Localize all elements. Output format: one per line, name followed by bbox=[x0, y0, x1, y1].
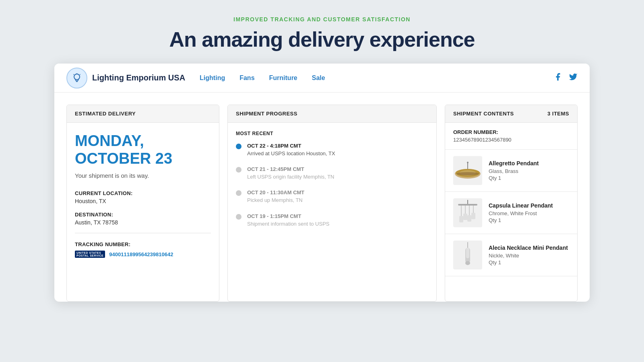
contents-panel-header: SHIPMENT CONTENTS 3 ITEMS bbox=[445, 105, 577, 123]
svg-rect-24 bbox=[466, 248, 469, 258]
destination-label: DESTINATION: bbox=[75, 212, 211, 218]
twitter-icon[interactable] bbox=[569, 72, 578, 84]
product-details-capsula: Capsula Linear Pendant Chrome, White Fro… bbox=[489, 202, 553, 223]
shipment-progress-panel: SHIPMENT PROGRESS MOST RECENT OCT 22 - 4… bbox=[227, 105, 437, 302]
delivery-panel-header: ESTIMATED DELIVERY bbox=[67, 105, 219, 123]
browser-window: Lighting Emporium USA Lighting Fans Furn… bbox=[54, 64, 590, 302]
facebook-icon[interactable] bbox=[553, 72, 562, 84]
progress-desc-3: Picked up Memphis, TN bbox=[247, 197, 304, 204]
svg-rect-20 bbox=[467, 215, 471, 222]
svg-rect-21 bbox=[471, 213, 475, 219]
product-item-allegretto: Allegretto Pendant Glass, Brass Qty 1 bbox=[445, 150, 577, 192]
progress-info-1: OCT 22 - 4:18PM CMT Arrived at USPS loca… bbox=[247, 143, 335, 157]
order-number-label: ORDER NUMBER: bbox=[453, 129, 569, 135]
nav-link-fans[interactable]: Fans bbox=[239, 74, 254, 82]
svg-rect-18 bbox=[459, 216, 463, 222]
progress-time-3: OCT 20 - 11:30AM CMT bbox=[247, 189, 304, 195]
progress-time-4: OCT 19 - 1:15PM CMT bbox=[247, 213, 330, 219]
capsula-pendant-svg bbox=[454, 199, 481, 226]
product-details-allegretto: Allegretto Pendant Glass, Brass Qty 1 bbox=[489, 160, 539, 181]
svg-point-11 bbox=[456, 172, 479, 175]
progress-time-2: OCT 21 - 12:45PM CMT bbox=[247, 166, 334, 172]
product-image-capsula bbox=[453, 198, 482, 227]
product-qty-allegretto: Qty 1 bbox=[489, 175, 539, 181]
delivery-panel: ESTIMATED DELIVERY MONDAY, OCTOBER 23 Yo… bbox=[66, 105, 219, 302]
twitter-svg bbox=[569, 72, 578, 81]
svg-line-5 bbox=[80, 74, 80, 75]
product-name-alecia: Alecia Necklace Mini Pendant bbox=[489, 245, 568, 251]
order-number-section: ORDER NUMBER: 12345678901234567890 bbox=[445, 123, 577, 150]
lightbulb-icon bbox=[71, 72, 83, 84]
order-number-value: 12345678901234567890 bbox=[453, 137, 569, 143]
main-content: ESTIMATED DELIVERY MONDAY, OCTOBER 23 Yo… bbox=[54, 93, 590, 302]
progress-header-title: SHIPMENT PROGRESS bbox=[236, 111, 297, 117]
delivery-header-title: ESTIMATED DELIVERY bbox=[75, 111, 136, 117]
nav-social bbox=[553, 72, 578, 84]
delivery-panel-body: MONDAY, OCTOBER 23 Your shipment is on i… bbox=[67, 123, 219, 267]
hero-title: An amazing delivery experience bbox=[8, 27, 636, 51]
navbar: Lighting Emporium USA Lighting Fans Furn… bbox=[54, 64, 590, 93]
product-material-allegretto: Glass, Brass bbox=[489, 168, 539, 174]
contents-item-count: 3 ITEMS bbox=[547, 111, 569, 117]
usps-logo: UNITED STATESPOSTAL SERVICE bbox=[75, 251, 105, 258]
product-item-capsula: Capsula Linear Pendant Chrome, White Fro… bbox=[445, 192, 577, 234]
svg-rect-13 bbox=[458, 204, 477, 206]
progress-info-2: OCT 21 - 12:45PM CMT Left USPS origin fa… bbox=[247, 166, 334, 181]
tracking-label: TRACKING NUMBER: bbox=[75, 241, 211, 247]
progress-time-1: OCT 22 - 4:18PM CMT bbox=[247, 143, 335, 149]
shipment-contents-panel: SHIPMENT CONTENTS 3 ITEMS ORDER NUMBER: … bbox=[445, 105, 578, 302]
tracking-number-link[interactable]: 9400111899564239810642 bbox=[109, 251, 173, 257]
nav-link-lighting[interactable]: Lighting bbox=[200, 74, 225, 82]
delivery-date: MONDAY, OCTOBER 23 bbox=[75, 132, 211, 167]
progress-section: MOST RECENT OCT 22 - 4:18PM CMT Arrived … bbox=[228, 123, 436, 245]
tracking-row: UNITED STATESPOSTAL SERVICE 940011189956… bbox=[75, 251, 211, 258]
destination-value: Austin, TX 78758 bbox=[75, 219, 211, 226]
product-qty-alecia: Qty 1 bbox=[489, 259, 568, 265]
current-location-label: CURRENT LOCATION: bbox=[75, 190, 211, 196]
svg-point-0 bbox=[74, 74, 80, 80]
contents-header-title: SHIPMENT CONTENTS bbox=[453, 111, 514, 117]
svg-line-4 bbox=[74, 74, 74, 75]
progress-panel-header: SHIPMENT PROGRESS bbox=[228, 105, 436, 123]
progress-info-3: OCT 20 - 11:30AM CMT Picked up Memphis, … bbox=[247, 189, 304, 204]
logo-text: Lighting Emporium USA bbox=[92, 73, 185, 82]
progress-desc-4: Shipment information sent to USPS bbox=[247, 220, 330, 228]
most-recent-label: MOST RECENT bbox=[236, 131, 428, 136]
product-image-allegretto bbox=[453, 156, 482, 185]
nav-link-sale[interactable]: Sale bbox=[312, 74, 325, 82]
nav-link-furniture[interactable]: Furniture bbox=[269, 74, 297, 82]
progress-dot-active bbox=[236, 144, 242, 149]
progress-event-2: OCT 21 - 12:45PM CMT Left USPS origin fa… bbox=[236, 166, 428, 181]
product-details-alecia: Alecia Necklace Mini Pendant Nickle, Whi… bbox=[489, 245, 568, 265]
product-image-alecia bbox=[453, 241, 482, 269]
product-item-alecia: Alecia Necklace Mini Pendant Nickle, Whi… bbox=[445, 234, 577, 276]
tracking-section: TRACKING NUMBER: UNITED STATESPOSTAL SER… bbox=[75, 233, 211, 258]
svg-rect-19 bbox=[463, 214, 467, 220]
progress-event-1: OCT 22 - 4:18PM CMT Arrived at USPS loca… bbox=[236, 143, 428, 157]
hero-subtitle: IMPROVED TRACKING AND CUSTOMER SATISFACT… bbox=[8, 16, 636, 23]
nav-logo[interactable]: Lighting Emporium USA bbox=[66, 68, 185, 88]
alecia-pendant-svg bbox=[454, 241, 481, 269]
svg-point-10 bbox=[467, 162, 469, 163]
product-qty-capsula: Qty 1 bbox=[489, 217, 553, 223]
product-material-capsula: Chrome, White Frost bbox=[489, 210, 553, 216]
svg-point-25 bbox=[465, 261, 470, 265]
progress-desc-2: Left USPS origin facility Memphis, TN bbox=[247, 173, 334, 181]
progress-desc-1: Arrived at USPS location Houston, TX bbox=[247, 150, 335, 157]
current-location-value: Houston, TX bbox=[75, 198, 211, 204]
facebook-svg bbox=[553, 72, 562, 81]
progress-info-4: OCT 19 - 1:15PM CMT Shipment information… bbox=[247, 213, 330, 228]
logo-icon bbox=[66, 68, 87, 88]
usps-box: UNITED STATESPOSTAL SERVICE bbox=[75, 251, 105, 258]
product-name-allegretto: Allegretto Pendant bbox=[489, 160, 539, 167]
progress-event-4: OCT 19 - 1:15PM CMT Shipment information… bbox=[236, 213, 428, 228]
allegretto-pendant-svg bbox=[454, 162, 481, 179]
progress-event-3: OCT 20 - 11:30AM CMT Picked up Memphis, … bbox=[236, 189, 428, 204]
progress-dot-inactive-3 bbox=[236, 190, 242, 196]
product-name-capsula: Capsula Linear Pendant bbox=[489, 202, 553, 209]
progress-dot-inactive-2 bbox=[236, 167, 242, 173]
hero-section: IMPROVED TRACKING AND CUSTOMER SATISFACT… bbox=[0, 0, 644, 64]
product-material-alecia: Nickle, White bbox=[489, 253, 568, 259]
progress-dot-inactive-4 bbox=[236, 214, 242, 220]
delivery-message: Your shipment is on its way. bbox=[75, 172, 211, 179]
